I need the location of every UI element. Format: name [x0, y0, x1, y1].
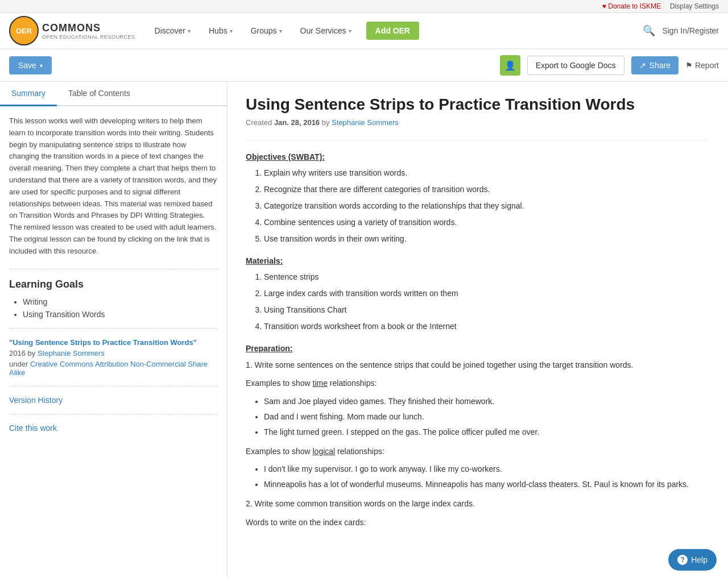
examples-time-intro: Examples to show time relationships: [246, 377, 710, 389]
article-date: Jan. 28, 2016 [274, 118, 320, 127]
list-item: Dad and I went fishing. Mom made our lun… [264, 411, 710, 423]
list-item: Using Transition Words [23, 310, 218, 319]
nav-discover[interactable]: Discover ▾ [147, 22, 198, 40]
left-panel: Summary Table of Contents This lesson wo… [0, 82, 228, 577]
groups-chevron-icon: ▾ [279, 28, 282, 34]
divider-1 [9, 269, 218, 269]
list-item: Explain why writers use transition words… [264, 167, 710, 179]
share-button[interactable]: ↗ Share [631, 56, 679, 74]
donate-link[interactable]: Donate to ISKME [602, 2, 661, 10]
tab-bar: Summary Table of Contents [0, 82, 227, 106]
words-label: Words to write on the index cards: [246, 516, 710, 529]
materials-list: Sentence strips Large index cards with t… [246, 271, 710, 332]
list-item: Transition words worksheet from a book o… [264, 321, 710, 332]
list-item: Writing [23, 297, 218, 306]
commons-text: COMMONS [42, 22, 135, 34]
action-bar: Save ▾ 👤 Export to Google Docs ↗ Share ⚑… [0, 49, 728, 82]
hubs-chevron-icon: ▾ [230, 28, 233, 34]
divider-4 [9, 414, 218, 414]
list-item: Minneapolis has a lot of wonderful museu… [264, 479, 710, 490]
logo-area[interactable]: OER COMMONS OPEN EDUCATIONAL RESOURCES [9, 16, 135, 45]
summary-text: This lesson works well with developing w… [9, 115, 218, 257]
add-oer-button[interactable]: Add OER [366, 22, 419, 40]
prep-step-1: 1. Write some sentences on the sentence … [246, 359, 710, 371]
article-title: Using Sentence Strips to Practice Transi… [246, 95, 710, 114]
list-item: Combine sentences using a variety of tra… [264, 217, 710, 228]
resource-meta: 2016 by Stephanie Sommers [9, 349, 218, 357]
objectives-list: Explain why writers use transition words… [246, 167, 710, 245]
preparation-heading: Preparation: [246, 344, 710, 353]
logical-link[interactable]: logical [313, 447, 336, 456]
license-link[interactable]: Creative Commons Attribution Non-Commerc… [9, 360, 208, 377]
logo-text: COMMONS OPEN EDUCATIONAL RESOURCES [42, 22, 135, 40]
flag-icon: ⚑ [685, 61, 693, 70]
learning-goals-title: Learning Goals [9, 278, 218, 290]
oer-subtext: OPEN EDUCATIONAL RESOURCES [42, 34, 135, 40]
top-bar: Donate to ISKME Display Settings [0, 0, 728, 13]
article-author-link[interactable]: Stephanie Sommers [332, 118, 399, 127]
list-item: Categorize transition words according to… [264, 200, 710, 212]
section-sep-1 [246, 140, 710, 141]
help-button[interactable]: Help [668, 549, 717, 571]
nav-our-services[interactable]: Our Services ▾ [292, 22, 359, 40]
list-item: I don't like my supervisor. I go to work… [264, 463, 710, 475]
list-item: Using Transitions Chart [264, 304, 710, 316]
prep-step-2: 2. Write some common transition words on… [246, 497, 710, 510]
signin-link[interactable]: Sign In/Register [662, 26, 719, 35]
list-item: The light turned green. I stepped on the… [264, 426, 710, 438]
resource-author-link[interactable]: Stephanie Sommers [38, 349, 105, 357]
left-content: This lesson works well with developing w… [0, 106, 227, 442]
tab-toc[interactable]: Table of Contents [57, 82, 142, 106]
time-examples-list: Sam and Joe played video games. They fin… [246, 396, 710, 438]
divider-2 [9, 328, 218, 329]
divider-3 [9, 386, 218, 386]
tab-summary[interactable]: Summary [0, 82, 57, 106]
report-button[interactable]: ⚑ Report [685, 61, 719, 70]
resource-title-link[interactable]: "Using Sentence Strips to Practice Trans… [9, 338, 197, 347]
save-caret-icon: ▾ [40, 63, 43, 69]
list-item: Sam and Joe played video games. They fin… [264, 396, 710, 408]
cite-link[interactable]: Cite this work [9, 423, 57, 433]
user-icon-button[interactable]: 👤 [500, 55, 520, 76]
cite-section: Cite this work [9, 423, 218, 433]
nav-right: 🔍 Sign In/Register [643, 24, 719, 37]
article-meta: Created Jan. 28, 2016 by Stephanie Somme… [246, 118, 710, 127]
time-link[interactable]: time [313, 379, 328, 388]
nav-hubs[interactable]: Hubs ▾ [201, 22, 241, 40]
discover-chevron-icon: ▾ [188, 28, 191, 34]
nav-links: Discover ▾ Hubs ▾ Groups ▾ Our Services … [147, 22, 643, 40]
version-history-link[interactable]: Version History [9, 396, 218, 405]
right-panel: Using Sentence Strips to Practice Transi… [228, 82, 728, 577]
list-item: Sentence strips [264, 271, 710, 283]
list-item: Recognize that there are different categ… [264, 184, 710, 196]
save-button[interactable]: Save ▾ [9, 56, 52, 74]
search-icon[interactable]: 🔍 [643, 24, 655, 37]
nav-groups[interactable]: Groups ▾ [243, 22, 290, 40]
list-item: Large index cards with transition words … [264, 288, 710, 300]
goal-list: Writing Using Transition Words [9, 297, 218, 319]
resource-license: under Creative Commons Attribution Non-C… [9, 360, 218, 377]
list-item: Use transition words in their own writin… [264, 233, 710, 245]
logical-examples-list: I don't like my supervisor. I go to work… [246, 463, 710, 490]
objectives-heading: Objectives (SWBAT): [246, 152, 710, 161]
services-chevron-icon: ▾ [349, 28, 351, 34]
main-layout: Summary Table of Contents This lesson wo… [0, 82, 728, 577]
materials-heading: Materials: [246, 256, 710, 265]
display-settings[interactable]: Display Settings [670, 2, 719, 10]
share-icon: ↗ [639, 61, 646, 70]
resource-citation: "Using Sentence Strips to Practice Trans… [9, 338, 218, 377]
examples-logical-intro: Examples to show logical relationships: [246, 445, 710, 458]
export-button[interactable]: Export to Google Docs [527, 56, 624, 75]
navbar: OER COMMONS OPEN EDUCATIONAL RESOURCES D… [0, 13, 728, 49]
logo-circle: OER [9, 16, 39, 45]
